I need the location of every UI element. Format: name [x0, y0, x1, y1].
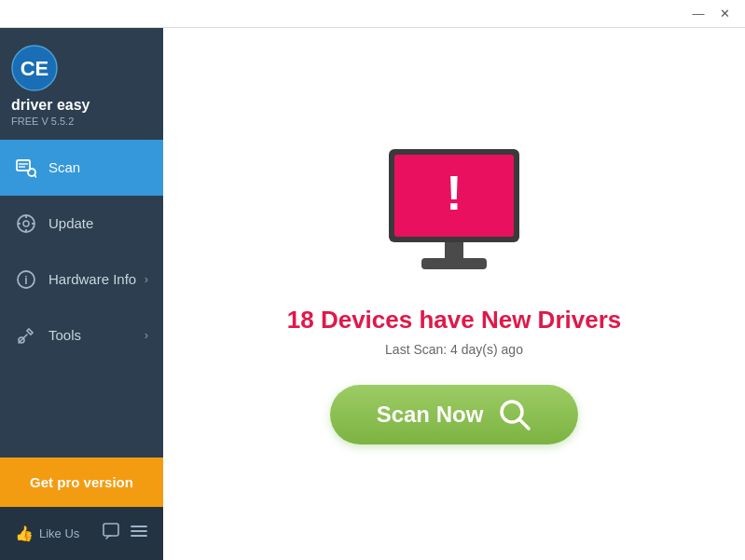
app-logo-icon: CE — [11, 45, 58, 91]
scan-now-search-icon — [498, 398, 531, 431]
svg-rect-24 — [421, 258, 487, 269]
monitor-illustration: ! — [370, 144, 538, 283]
svg-text:i: i — [24, 274, 27, 287]
like-us-button[interactable]: 👍 Like Us — [15, 525, 79, 542]
logo-version: FREE V 5.5.2 — [11, 116, 74, 127]
scan-now-button[interactable]: Scan Now — [330, 385, 579, 444]
sidebar-item-tools-label: Tools — [48, 327, 145, 343]
svg-line-6 — [34, 175, 36, 177]
get-pro-button[interactable]: Get pro version — [0, 458, 163, 507]
menu-icon[interactable] — [130, 522, 148, 545]
svg-rect-23 — [445, 242, 463, 259]
svg-point-8 — [23, 221, 29, 226]
sidebar-logo: CE driver easy FREE V 5.5.2 — [0, 28, 163, 140]
tools-icon — [15, 324, 37, 347]
sidebar-item-update-label: Update — [48, 215, 148, 231]
hardware-info-arrow-icon: › — [145, 272, 148, 286]
hardware-info-icon: i — [15, 268, 37, 291]
svg-text:!: ! — [446, 166, 462, 220]
minimize-button[interactable]: — — [685, 4, 711, 24]
nav-items: Scan Update — [0, 140, 163, 458]
titlebar: — ✕ — [0, 0, 745, 28]
close-button[interactable]: ✕ — [711, 4, 738, 24]
svg-rect-16 — [103, 524, 118, 536]
svg-text:CE: CE — [21, 57, 49, 80]
scan-now-label: Scan Now — [377, 402, 484, 428]
sidebar-item-hardware-info-label: Hardware Info — [48, 271, 145, 287]
sidebar-item-scan-label: Scan — [48, 159, 148, 175]
bottom-icons — [102, 522, 148, 545]
sidebar-item-update[interactable]: Update — [0, 196, 163, 252]
sidebar: CE driver easy FREE V 5.5.2 Scan — [0, 28, 163, 560]
app-container: CE driver easy FREE V 5.5.2 Scan — [0, 28, 745, 560]
svg-line-26 — [519, 419, 529, 429]
thumbs-up-icon: 👍 — [15, 525, 34, 542]
tools-arrow-icon: › — [145, 328, 148, 342]
like-us-label: Like Us — [39, 526, 79, 540]
update-icon — [15, 212, 37, 235]
main-content: ! 18 Devices have New Drivers Last Scan:… — [163, 28, 745, 560]
last-scan-label: Last Scan: 4 day(s) ago — [385, 342, 523, 357]
sidebar-item-scan[interactable]: Scan — [0, 140, 163, 196]
sidebar-item-hardware-info[interactable]: i Hardware Info › — [0, 252, 163, 307]
sidebar-bottom: 👍 Like Us — [0, 507, 163, 560]
sidebar-item-tools[interactable]: Tools › — [0, 307, 163, 363]
devices-title: 18 Devices have New Drivers — [287, 306, 621, 335]
svg-rect-2 — [17, 160, 30, 171]
scan-icon — [15, 157, 37, 179]
monitor-svg: ! — [370, 144, 538, 280]
logo-text: driver easy — [11, 97, 90, 114]
chat-icon[interactable] — [102, 522, 120, 545]
